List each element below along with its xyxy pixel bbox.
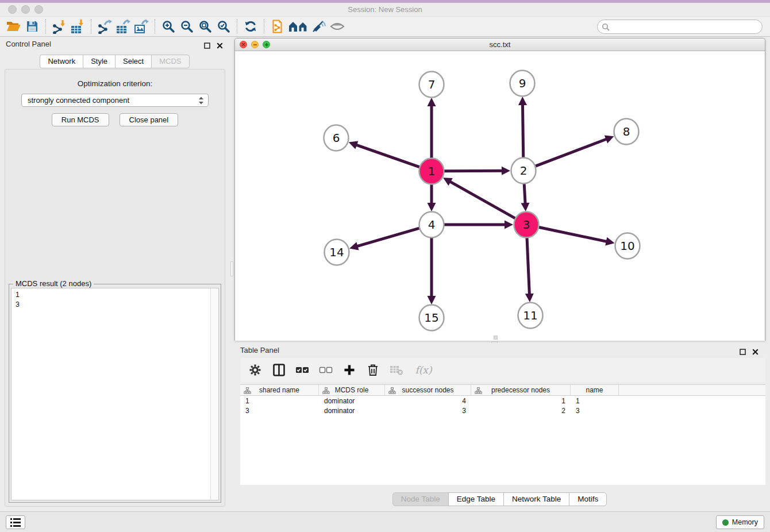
graph-node-label-10: 10 [620,239,634,253]
graph-edge-3-1[interactable] [449,182,515,219]
column-header-predecessor-nodes[interactable]: predecessor nodes [471,385,571,395]
optimization-criterion-value: strongly connected component [28,96,129,105]
memory-status-dot [722,519,729,526]
graph-node-label-3: 3 [523,218,530,232]
toolbar-separator [91,19,91,34]
save-session-button[interactable] [23,18,41,35]
open-session-button[interactable] [5,18,23,35]
graph-edge-3-10[interactable] [538,227,607,241]
canvas-resize-grip[interactable] [494,336,498,340]
search-field[interactable] [597,20,763,34]
network-window-titlebar[interactable]: scc.txt [235,38,765,51]
splitter-handle[interactable] [230,261,233,276]
new-network-from-selection-button[interactable] [268,18,287,35]
home-layout-button[interactable] [287,18,310,35]
network-graph[interactable]: 7968124314101511 [235,51,765,341]
graph-edge-4-14[interactable] [357,228,420,246]
hide-annotations-button[interactable] [310,18,328,35]
show-graphics-details-button[interactable] [328,18,346,35]
mcds-result-area[interactable]: 1 3 [11,288,219,500]
optimization-criterion-label: Optimization criterion: [5,79,225,88]
delete-table-button[interactable] [388,362,405,378]
float-table-panel-button[interactable] [740,347,746,357]
import-table-button[interactable] [68,18,87,35]
tab-select[interactable]: Select [115,55,152,68]
zoom-in-button[interactable] [159,18,178,35]
zoom-out-icon [180,20,194,33]
import-table-icon [70,19,85,34]
graph-edge-1-2[interactable] [444,171,503,171]
tree-hierarchy-icon [322,387,330,396]
float-panel-button[interactable] [204,41,210,51]
close-table-panel-button[interactable] [752,347,759,357]
node-table[interactable]: shared nameMCDS rolesuccessor nodesprede… [240,384,765,485]
workspace-area: scc.txt 7968124314101511 Table Panel [234,37,765,511]
delete-column-button[interactable] [365,362,381,378]
column-header-name[interactable]: name [571,385,619,395]
refresh-layout-button[interactable] [241,18,260,35]
run-mcds-button[interactable]: Run MCDS [52,113,109,126]
status-bar: Memory [0,511,770,532]
graph-node-label-11: 11 [523,309,537,322]
tab-motifs[interactable]: Motifs [569,492,607,506]
window-title: Session: New Session [0,5,770,14]
checked-boxes-icon [295,364,309,376]
export-table-button[interactable] [114,18,132,35]
tree-hierarchy-icon [244,387,251,396]
list-icon [10,518,21,527]
import-network-icon [52,19,67,34]
graph-edge-3-11[interactable] [527,237,529,295]
refresh-icon [244,20,257,33]
zoom-fit-button[interactable] [196,18,214,35]
main-toolbar [0,17,770,37]
tab-style[interactable]: Style [83,55,116,68]
result-scrollbar[interactable] [210,288,218,500]
mcds-result-groupbox: MCDS result (2 nodes) 1 3 [9,284,221,503]
export-image-button[interactable] [132,18,151,35]
import-network-button[interactable] [50,18,68,35]
zoom-selected-button[interactable] [214,18,233,35]
deselect-all-button[interactable] [318,362,334,378]
add-column-button[interactable] [341,362,357,378]
optimization-criterion-select[interactable]: strongly connected component [21,94,209,107]
zoom-out-button[interactable] [178,18,196,35]
function-builder-button[interactable]: f(x) [412,362,435,378]
graph-node-label-6: 6 [333,131,340,145]
tab-edge-table[interactable]: Edge Table [448,492,504,506]
task-history-button[interactable] [6,515,25,529]
column-header-MCDS-role[interactable]: MCDS role [319,385,385,395]
export-network-button[interactable] [95,18,114,35]
network-view-window: scc.txt 7968124314101511 [234,38,765,341]
table-body[interactable]: 1dominator4113dominator323 [240,396,765,415]
graph-edge-2-3[interactable] [524,183,525,204]
table-row[interactable]: 3dominator323 [240,406,765,415]
column-settings-button[interactable] [247,362,263,378]
column-header-successor-nodes[interactable]: successor nodes [385,385,471,395]
tab-network-table[interactable]: Network Table [503,492,569,506]
graph-arrowhead [525,294,534,302]
tab-mcds[interactable]: MCDS [151,55,189,68]
select-all-button[interactable] [294,362,310,378]
network-canvas[interactable]: 7968124314101511 [235,51,765,341]
graph-edge-2-8[interactable] [535,139,607,167]
search-icon [602,23,610,31]
graph-edge-1-6[interactable] [356,145,420,167]
panel-splitter[interactable] [230,37,234,511]
tree-hierarchy-icon [475,387,482,396]
search-input[interactable] [612,21,762,33]
table-row[interactable]: 1dominator411 [240,396,765,406]
toolbar-separator [237,19,237,34]
graph-node-label-2: 2 [520,164,528,178]
close-panel-button[interactable] [217,41,223,51]
memory-button[interactable]: Memory [716,515,764,529]
app-titlebar: Session: New Session [0,3,770,17]
zoom-fit-icon [198,20,212,33]
close-panel-button-mcds[interactable]: Close panel [120,113,179,126]
graph-edge-2-9[interactable] [522,104,523,159]
export-table-icon [116,19,130,34]
table-header-row[interactable]: shared nameMCDS rolesuccessor nodesprede… [240,384,765,396]
tab-node-table[interactable]: Node Table [392,492,449,506]
show-column-panel-button[interactable] [271,362,287,378]
tab-network[interactable]: Network [40,55,83,68]
column-header-shared-name[interactable]: shared name [240,385,319,395]
